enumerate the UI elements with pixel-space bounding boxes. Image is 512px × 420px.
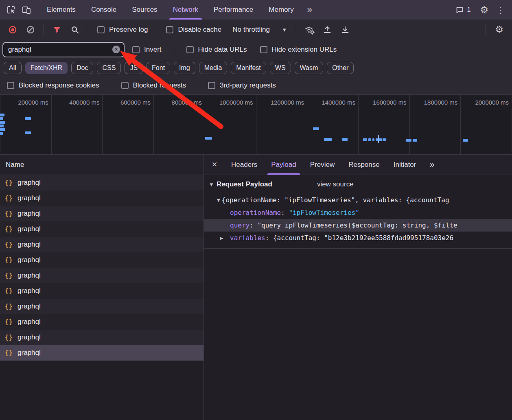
waterfall-bar[interactable] — [463, 139, 468, 142]
waterfall-bar[interactable] — [372, 138, 374, 141]
waterfall-bar[interactable] — [0, 125, 4, 127]
tab-console[interactable]: Console — [83, 0, 124, 20]
export-har-button[interactable] — [337, 21, 354, 38]
network-search-button[interactable] — [66, 21, 83, 38]
third-party-requests-checkbox[interactable]: 3rd-party requests — [203, 81, 280, 90]
hide-extension-urls-checkbox[interactable]: Hide extension URLs — [256, 46, 341, 54]
disable-cache-checkbox[interactable]: Disable cache — [162, 26, 226, 34]
filter-input[interactable] — [5, 46, 110, 54]
blocked-requests-checkbox[interactable]: Blocked requests — [117, 81, 190, 90]
request-name: graphql — [18, 225, 41, 233]
throttling-select[interactable]: No throttling ▾ — [227, 26, 291, 34]
filter-chip-all[interactable]: All — [4, 62, 22, 74]
waterfall-bar[interactable] — [0, 114, 4, 116]
filter-chip-ws[interactable]: WS — [270, 62, 291, 74]
name-column-header[interactable]: Name — [0, 155, 203, 175]
filter-chip-img[interactable]: Img — [174, 62, 195, 74]
request-row[interactable]: {}graphql — [0, 237, 203, 252]
filter-chip-css[interactable]: CSS — [97, 62, 121, 74]
tab-elements[interactable]: Elements — [39, 0, 83, 20]
filter-chip-manifest[interactable]: Manifest — [231, 62, 266, 74]
waterfall-marker[interactable] — [378, 135, 379, 143]
blocked-response-cookies-checkbox[interactable]: Blocked response cookies — [2, 81, 104, 90]
tab-sources[interactable]: Sources — [124, 0, 165, 20]
detail-tab-initiator[interactable]: Initiator — [387, 155, 423, 175]
tab-memory[interactable]: Memory — [261, 0, 301, 20]
tab-performance[interactable]: Performance — [206, 0, 261, 20]
payload-field-row[interactable]: operationName: "ipFlowTimeseries" — [204, 206, 512, 219]
waterfall-bar[interactable] — [324, 138, 332, 141]
invert-checkbox[interactable]: Invert — [128, 46, 166, 54]
request-row[interactable]: {}graphql — [0, 221, 203, 237]
filter-chip-media[interactable]: Media — [199, 62, 228, 74]
waterfall-overview[interactable]: 200000 ms400000 ms600000 ms800000 ms1000… — [0, 94, 512, 155]
request-row[interactable]: {}graphql — [0, 314, 203, 330]
detail-tab-response[interactable]: Response — [341, 155, 387, 175]
waterfall-bar[interactable] — [205, 137, 212, 140]
inspect-element-button[interactable] — [3, 2, 19, 18]
waterfall-bar[interactable] — [413, 139, 417, 142]
filter-chip-fetch-xhr[interactable]: Fetch/XHR — [25, 62, 68, 74]
braces-icon: {} — [5, 318, 13, 326]
device-toolbar-button[interactable] — [19, 2, 34, 18]
waterfall-bar[interactable] — [0, 117, 3, 120]
device-toolbar-icon — [22, 5, 31, 15]
request-row[interactable]: {}graphql — [0, 268, 203, 283]
more-tabs-button[interactable]: » — [302, 4, 318, 15]
waterfall-bar[interactable] — [313, 127, 319, 130]
payload-field-row[interactable]: ▶variables: {accountTag: "b12e3b2192ee55… — [204, 232, 512, 244]
tab-network[interactable]: Network — [165, 0, 206, 20]
payload-field-row[interactable]: query: "query ipFlowTimeseries($accountT… — [204, 219, 512, 232]
expander-closed-icon[interactable]: ▶ — [220, 235, 230, 241]
request-payload-section-header[interactable]: ▼ Request Payload view source — [204, 175, 512, 194]
detail-tab-preview[interactable]: Preview — [303, 155, 341, 175]
request-row[interactable]: {}graphql — [0, 206, 203, 221]
more-detail-tabs-button[interactable]: » — [423, 155, 441, 175]
payload-summary-row[interactable]: ▼ {operationName: "ipFlowTimeseries", va… — [204, 194, 512, 206]
preserve-log-checkbox[interactable]: Preserve log — [93, 26, 152, 34]
clear-network-log-button[interactable] — [22, 21, 39, 38]
request-row[interactable]: {}graphql — [0, 330, 203, 345]
request-row[interactable]: {}graphql — [0, 345, 203, 361]
filter-chip-js[interactable]: JS — [125, 62, 143, 74]
issues-button[interactable]: 1 — [451, 6, 475, 14]
gear-icon: ⚙ — [480, 4, 488, 15]
hide-data-urls-checkbox[interactable]: Hide data URLs — [182, 46, 252, 54]
top-tab-bar: ElementsConsoleSourcesNetworkPerformance… — [0, 0, 512, 20]
view-source-link[interactable]: view source — [317, 180, 354, 188]
waterfall-bar[interactable] — [368, 138, 371, 141]
waterfall-bar[interactable] — [0, 132, 3, 135]
clear-filter-button[interactable]: ✕ — [112, 46, 120, 53]
request-row[interactable]: {}graphql — [0, 190, 203, 206]
blocked-response-cookies-label: Blocked response cookies — [19, 81, 99, 90]
request-row[interactable]: {}graphql — [0, 299, 203, 314]
request-payload-title: Request Payload — [217, 180, 272, 188]
settings-button[interactable]: ⚙ — [475, 5, 493, 15]
request-row[interactable]: {}graphql — [0, 252, 203, 268]
close-details-button[interactable]: ✕ — [205, 155, 224, 175]
filter-chip-font[interactable]: Font — [147, 62, 170, 74]
filter-toggle-button[interactable] — [48, 21, 66, 38]
record-network-log-button[interactable] — [4, 21, 21, 38]
request-row[interactable]: {}graphql — [0, 283, 203, 299]
network-conditions-button[interactable] — [301, 21, 318, 38]
detail-tab-payload[interactable]: Payload — [264, 155, 303, 175]
request-row[interactable]: {}graphql — [0, 175, 203, 190]
waterfall-bar[interactable] — [342, 138, 348, 141]
waterfall-bar[interactable] — [363, 138, 367, 141]
import-har-button[interactable] — [319, 21, 336, 38]
preserve-log-label: Preserve log — [109, 26, 148, 34]
waterfall-bar[interactable] — [406, 139, 411, 142]
waterfall-bar[interactable] — [25, 131, 31, 134]
waterfall-bar[interactable] — [383, 138, 386, 141]
network-settings-button[interactable]: ⚙ — [490, 25, 508, 34]
detail-tab-headers[interactable]: Headers — [224, 155, 264, 175]
waterfall-bar[interactable] — [0, 121, 5, 124]
filter-chip-other[interactable]: Other — [327, 62, 354, 74]
devtools-menu-button[interactable]: ⋮ — [493, 6, 508, 14]
waterfall-bar[interactable] — [25, 117, 31, 120]
request-name: graphql — [18, 241, 41, 249]
waterfall-bar[interactable] — [0, 128, 5, 131]
filter-chip-wasm[interactable]: Wasm — [295, 62, 324, 74]
filter-chip-doc[interactable]: Doc — [71, 62, 93, 74]
